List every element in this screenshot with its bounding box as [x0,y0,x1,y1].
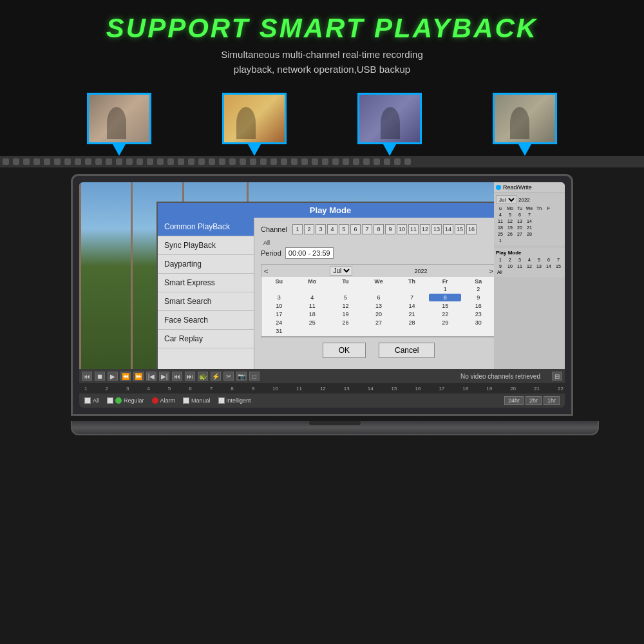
rcal-5[interactable]: 5 [506,212,515,218]
rcal-13[interactable]: 13 [515,218,524,224]
cal-next-btn[interactable]: > [489,267,493,275]
cal-day-26[interactable]: 26 [329,319,362,327]
cal-day-9[interactable]: 9 [462,294,494,301]
ctrl-prev-frame[interactable]: |◀ [146,372,156,381]
pm-3[interactable]: 3 [515,257,524,263]
cal-day-13[interactable]: 13 [363,302,395,310]
ctrl-window[interactable]: □ [249,372,260,381]
cal-prev-btn[interactable]: < [264,267,268,275]
pm-7[interactable]: 7 [554,257,563,263]
cal-day-11[interactable]: 11 [296,302,329,310]
cal-day-31[interactable]: 31 [263,327,296,335]
ctrl-extra[interactable]: ⊟ [552,372,562,381]
ctrl-clip[interactable]: ✂ [223,372,234,381]
cal-day-27[interactable]: 27 [363,319,395,327]
cal-day-6[interactable]: 6 [363,294,395,301]
rcal-7[interactable]: 7 [525,212,534,218]
cal-day-8[interactable]: 8 [429,294,462,301]
ctrl-prev-fast[interactable]: ⏮ [82,372,92,381]
ctrl-prev[interactable]: ⏪ [120,372,131,381]
ch-btn-9[interactable]: 9 [385,224,395,234]
menu-item-car-replay[interactable]: Car Replay [158,330,254,348]
cal-day-24[interactable]: 24 [263,319,296,327]
cal-month-select[interactable]: Jul [330,266,352,276]
cal-day-5[interactable]: 5 [329,294,362,301]
cal-day-10[interactable]: 10 [263,302,296,310]
ch-btn-11[interactable]: 11 [408,224,419,234]
cal-day-21[interactable]: 21 [395,310,428,318]
cal-day-29[interactable]: 29 [429,319,462,327]
cal-day-20[interactable]: 20 [363,310,395,318]
cal-day-19[interactable]: 19 [329,310,362,318]
right-cal-month[interactable]: Jul [496,195,517,204]
cal-day-23[interactable]: 23 [462,310,494,318]
ctrl-slow[interactable]: 🐢 [198,372,208,381]
pm-6[interactable]: 6 [544,257,553,263]
rcal-14[interactable]: 14 [525,218,534,224]
pm-2[interactable]: 2 [506,257,515,263]
ctrl-stop[interactable]: ⏹ [95,372,105,381]
ctrl-next-frame[interactable]: ▶| [159,372,169,381]
ch-btn-13[interactable]: 13 [431,224,442,234]
menu-item-smart-search[interactable]: Smart Search [158,292,254,311]
pm-15[interactable]: 15 [554,263,563,269]
ch-btn-6[interactable]: 6 [350,224,361,234]
menu-item-common-playback[interactable]: Common PlayBack [158,218,254,236]
ch-btn-15[interactable]: 15 [455,224,465,234]
cal-day-14[interactable]: 14 [395,302,428,310]
pm-10[interactable]: 10 [506,263,515,269]
ch-btn-2[interactable]: 2 [304,224,314,234]
ok-button[interactable]: OK [323,343,366,358]
time-btn-1hr[interactable]: 1hr [544,396,560,405]
rcal-19[interactable]: 19 [506,225,515,231]
cal-day-2[interactable]: 2 [462,285,494,293]
cal-day-12[interactable]: 12 [329,302,362,310]
cancel-button[interactable]: Cancel [379,343,435,358]
cal-day-30[interactable]: 30 [462,319,494,327]
checkbox-intelligent[interactable]: ✓ [218,397,225,404]
checkbox-manual[interactable]: ✓ [183,397,189,404]
ctrl-skip-end[interactable]: ⏭ [185,372,195,381]
rcal-4[interactable]: 4 [496,212,505,218]
rcal-1b[interactable]: 1 [496,238,505,243]
period-start[interactable]: 00:00 - 23:59 [285,247,334,259]
ch-btn-3[interactable]: 3 [316,224,326,234]
rcal-27[interactable]: 27 [515,231,524,237]
ctrl-fast[interactable]: ⚡ [211,372,221,381]
cal-day-1[interactable]: 1 [429,285,462,293]
time-btn-24hr[interactable]: 24hr [504,396,524,405]
pm-12[interactable]: 12 [525,263,534,269]
ctrl-skip-start[interactable]: ⏮ [172,372,182,381]
rcal-21[interactable]: 21 [525,225,534,231]
ch-btn-5[interactable]: 5 [339,224,349,234]
ch-btn-8[interactable]: 8 [374,224,384,234]
cal-day-15[interactable]: 15 [429,302,462,310]
pm-11[interactable]: 11 [515,263,524,269]
cal-day-22[interactable]: 22 [429,310,462,318]
rcal-11[interactable]: 11 [496,218,505,224]
rcal-6[interactable]: 6 [515,212,524,218]
ch-btn-10[interactable]: 10 [397,224,407,234]
cal-day-25[interactable]: 25 [296,319,329,327]
menu-item-face-search[interactable]: Face Search [158,311,254,330]
ctrl-next[interactable]: ⏩ [133,372,144,381]
cal-day-28[interactable]: 28 [395,319,428,327]
rcal-12[interactable]: 12 [506,218,515,224]
rcal-26[interactable]: 26 [506,231,515,237]
rcal-18[interactable]: 18 [496,225,505,231]
ch-btn-4[interactable]: 4 [327,224,337,234]
ch-btn-1[interactable]: 1 [292,224,303,234]
ch-btn-12[interactable]: 12 [420,224,430,234]
menu-item-sync-playback[interactable]: Sync PlayBack [158,236,254,255]
cal-day-17[interactable]: 17 [263,310,296,318]
ch-btn-7[interactable]: 7 [362,224,372,234]
pm-4[interactable]: 4 [525,257,534,263]
checkbox-all[interactable]: ✓ [84,397,91,404]
menu-item-dayparting[interactable]: Dayparting [158,255,254,274]
time-btn-2hr[interactable]: 2hr [526,396,542,405]
ctrl-play[interactable]: ▶ [108,372,118,381]
cal-day-3[interactable]: 3 [263,294,296,301]
rcal-25[interactable]: 25 [496,231,505,237]
rcal-28[interactable]: 28 [525,231,534,237]
checkbox-regular[interactable]: ✓ [107,397,113,404]
